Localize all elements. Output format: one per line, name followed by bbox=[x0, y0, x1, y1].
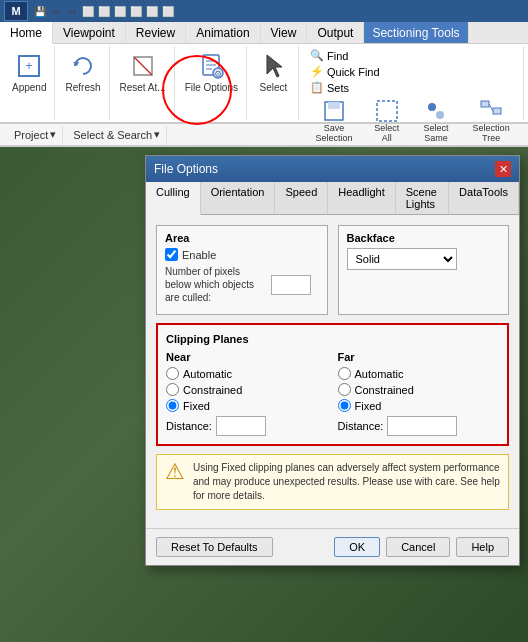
select-all-icon bbox=[375, 99, 399, 123]
near-distance-input[interactable]: 1 bbox=[216, 416, 266, 436]
file-options-button[interactable]: ⚙ File Options bbox=[183, 48, 240, 95]
sets-label: Sets bbox=[327, 82, 349, 94]
quick-find-label: Quick Find bbox=[327, 66, 380, 78]
select-search-group-label[interactable]: Select & Search ▾ bbox=[67, 126, 167, 143]
reset-button[interactable]: Reset At... bbox=[118, 48, 168, 95]
qa-icon-9[interactable]: ⬜ bbox=[160, 3, 176, 19]
refresh-button[interactable]: Refresh bbox=[63, 48, 102, 95]
dialog-body: Area Enable Number of pixels below which… bbox=[146, 215, 519, 528]
svg-rect-14 bbox=[377, 101, 397, 121]
dialog-tab-culling[interactable]: Culling bbox=[146, 182, 201, 215]
project-group-label[interactable]: Project ▾ bbox=[8, 126, 63, 143]
svg-text:+: + bbox=[26, 59, 33, 73]
qa-icon-5[interactable]: ⬜ bbox=[96, 3, 112, 19]
append-button[interactable]: + Append bbox=[10, 48, 48, 95]
ribbon-group-select: Select bbox=[249, 46, 299, 120]
qa-save-icon[interactable]: 💾 bbox=[32, 3, 48, 19]
cancel-button[interactable]: Cancel bbox=[386, 537, 450, 557]
ok-button[interactable]: OK bbox=[334, 537, 380, 557]
area-enable-checkbox[interactable] bbox=[165, 248, 178, 261]
help-button[interactable]: Help bbox=[456, 537, 509, 557]
far-distance-input[interactable]: 100000 bbox=[387, 416, 457, 436]
qa-icon-6[interactable]: ⬜ bbox=[112, 3, 128, 19]
find-button[interactable]: 🔍 Find bbox=[307, 48, 383, 63]
reset-defaults-button[interactable]: Reset To Defaults bbox=[156, 537, 273, 557]
clipping-title: Clipping Planes bbox=[166, 333, 499, 345]
far-constrained-radio[interactable] bbox=[338, 383, 351, 396]
backface-select[interactable]: Solid Off On bbox=[347, 248, 457, 270]
file-options-icon: ⚙ bbox=[195, 50, 227, 82]
ribbon-group-reset: Reset At... bbox=[112, 46, 175, 120]
tab-review[interactable]: Review bbox=[126, 22, 186, 43]
clipping-planes-section: Clipping Planes Near Automatic Constrain… bbox=[156, 323, 509, 446]
select-same-label: Select Same bbox=[415, 123, 457, 143]
qa-icon-4[interactable]: ⬜ bbox=[80, 3, 96, 19]
tab-viewpoint[interactable]: Viewpoint bbox=[53, 22, 126, 43]
tab-output[interactable]: Output bbox=[307, 22, 364, 43]
pixels-input[interactable]: 1 bbox=[271, 275, 311, 295]
footer-right: OK Cancel Help bbox=[334, 537, 509, 557]
svg-point-16 bbox=[436, 111, 444, 119]
dialog-tab-scene-lights[interactable]: Scene Lights bbox=[396, 182, 449, 214]
tab-view[interactable]: View bbox=[261, 22, 308, 43]
select-label: Select bbox=[260, 82, 288, 93]
quick-find-button[interactable]: ⚡ Quick Find bbox=[307, 64, 383, 79]
menu-bar: M 💾 ↩ ↪ ⬜ ⬜ ⬜ ⬜ ⬜ ⬜ bbox=[0, 0, 528, 22]
qa-undo-icon[interactable]: ↩ bbox=[48, 3, 64, 19]
dialog-title: File Options bbox=[154, 162, 218, 176]
near-distance-row: Distance: 1 bbox=[166, 416, 328, 436]
sets-button[interactable]: 📋 Sets bbox=[307, 80, 383, 95]
dialog-close-button[interactable]: ✕ bbox=[495, 161, 511, 177]
save-selection-label: Save Selection bbox=[309, 123, 359, 143]
warning-box: ⚠ Using Fixed clipping planes can advers… bbox=[156, 454, 509, 510]
tab-home[interactable]: Home bbox=[0, 22, 53, 44]
select-same-button[interactable]: Select Same bbox=[413, 97, 459, 145]
area-backface-row: Area Enable Number of pixels below which… bbox=[156, 225, 509, 323]
clipping-near-col: Near Automatic Constrained Fixed Dis bbox=[166, 351, 328, 436]
find-icon: 🔍 bbox=[310, 49, 324, 62]
select-all-button[interactable]: Select All bbox=[367, 97, 407, 145]
tab-sectioning[interactable]: Sectioning Tools bbox=[364, 22, 468, 43]
dialog-titlebar: File Options ✕ bbox=[146, 156, 519, 182]
clipping-near-label: Near bbox=[166, 351, 328, 363]
pixels-row: Number of pixels below which objects are… bbox=[165, 265, 319, 304]
near-automatic-radio[interactable] bbox=[166, 367, 179, 380]
select-icon bbox=[258, 50, 290, 82]
clipping-cols: Near Automatic Constrained Fixed Dis bbox=[166, 351, 499, 436]
pixels-label: Number of pixels below which objects are… bbox=[165, 265, 265, 304]
near-constrained-label: Constrained bbox=[183, 384, 242, 396]
dialog-tab-datatools[interactable]: DataTools bbox=[449, 182, 519, 214]
app-logo[interactable]: M bbox=[4, 1, 28, 21]
ribbon-group-right: 🔍 Find ⚡ Quick Find 📋 Sets Save Sel bbox=[301, 46, 524, 120]
ribbon-group-refresh: Refresh bbox=[57, 46, 109, 120]
far-automatic-radio[interactable] bbox=[338, 367, 351, 380]
qa-icon-8[interactable]: ⬜ bbox=[144, 3, 160, 19]
sets-icon: 📋 bbox=[310, 81, 324, 94]
clipping-far-col: Far Automatic Constrained Fixed Dist bbox=[338, 351, 500, 436]
warning-icon: ⚠ bbox=[165, 461, 185, 483]
ribbon-tabs: Home Viewpoint Review Animation View Out… bbox=[0, 22, 528, 44]
select-search-dropdown-icon: ▾ bbox=[154, 128, 160, 141]
select-button[interactable]: Select bbox=[256, 48, 292, 95]
near-fixed-radio[interactable] bbox=[166, 399, 179, 412]
tab-animation[interactable]: Animation bbox=[186, 22, 260, 43]
save-selection-button[interactable]: Save Selection bbox=[307, 97, 361, 145]
far-distance-label: Distance: bbox=[338, 420, 384, 432]
far-constrained-label: Constrained bbox=[355, 384, 414, 396]
svg-marker-11 bbox=[267, 55, 282, 77]
warning-text: Using Fixed clipping planes can adversel… bbox=[193, 461, 500, 503]
reset-label: Reset At... bbox=[120, 82, 166, 93]
footer-left: Reset To Defaults bbox=[156, 537, 273, 557]
qa-redo-icon[interactable]: ↪ bbox=[64, 3, 80, 19]
qa-icon-7[interactable]: ⬜ bbox=[128, 3, 144, 19]
dialog-tab-headlight[interactable]: Headlight bbox=[328, 182, 395, 214]
dialog-tab-orientation[interactable]: Orientation bbox=[201, 182, 276, 214]
far-constrained-row: Constrained bbox=[338, 383, 500, 396]
dialog-tab-speed[interactable]: Speed bbox=[275, 182, 328, 214]
selection-tree-button[interactable]: Selection Tree bbox=[465, 97, 517, 145]
far-fixed-radio[interactable] bbox=[338, 399, 351, 412]
near-fixed-row: Fixed bbox=[166, 399, 328, 412]
area-enable-row: Enable bbox=[165, 248, 319, 261]
near-constrained-radio[interactable] bbox=[166, 383, 179, 396]
ribbon-small-group: 🔍 Find ⚡ Quick Find 📋 Sets bbox=[307, 48, 383, 95]
